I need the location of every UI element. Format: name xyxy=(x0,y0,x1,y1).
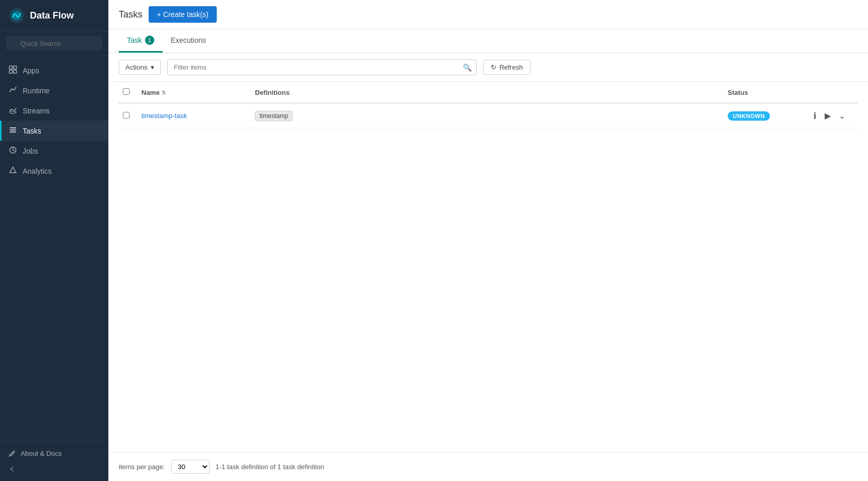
actions-chevron-icon: ▾ xyxy=(151,63,154,71)
sidebar-item-runtime[interactable]: Runtime xyxy=(0,80,108,101)
task-status-cell: UNKNOWN xyxy=(724,103,806,128)
sidebar-item-jobs-label: Jobs xyxy=(23,147,38,155)
status-badge: UNKNOWN xyxy=(728,111,770,121)
svg-rect-4 xyxy=(9,70,12,73)
sidebar-item-analytics-label: Analytics xyxy=(23,167,52,175)
svg-rect-5 xyxy=(13,70,17,73)
streams-icon xyxy=(8,106,18,115)
about-docs-label: About & Docs xyxy=(21,450,62,457)
sidebar-item-analytics[interactable]: Analytics xyxy=(0,161,108,181)
filter-search-icon: 🔍 xyxy=(463,63,472,72)
tab-task-label: Task xyxy=(127,36,142,44)
select-all-checkbox[interactable] xyxy=(123,88,130,95)
create-tasks-button[interactable]: + Create task(s) xyxy=(149,6,217,23)
svg-rect-3 xyxy=(13,66,17,69)
page-title: Tasks xyxy=(119,9,142,20)
sidebar-item-jobs[interactable]: Jobs xyxy=(0,141,108,161)
collapse-sidebar-button[interactable] xyxy=(8,463,100,475)
per-page-select[interactable]: 30 10 20 50 100 xyxy=(171,460,210,474)
row-checkbox-cell xyxy=(119,103,137,128)
row-checkbox[interactable] xyxy=(123,112,130,119)
app-logo: Data Flow xyxy=(0,0,108,31)
sidebar-footer: About & Docs xyxy=(0,441,108,481)
refresh-label: Refresh xyxy=(500,63,523,71)
sidebar: Data Flow 🔍 Apps Runtime Streams xyxy=(0,0,108,481)
pagination-summary: 1-1 task definition of 1 task definition xyxy=(216,463,324,471)
tab-executions[interactable]: Executions xyxy=(163,30,214,52)
apps-icon xyxy=(8,65,18,75)
refresh-icon: ↻ xyxy=(491,63,496,71)
sidebar-item-tasks[interactable]: Tasks xyxy=(0,121,108,141)
leaf-icon xyxy=(8,450,15,457)
sidebar-item-tasks-label: Tasks xyxy=(23,127,41,135)
table-area: Name ⇅ Definitions Status xyxy=(108,82,868,452)
actions-button[interactable]: Actions ▾ xyxy=(119,60,161,75)
collapse-icon xyxy=(8,466,15,473)
runtime-icon xyxy=(8,86,18,95)
sidebar-item-apps-label: Apps xyxy=(23,67,39,75)
sidebar-item-streams-label: Streams xyxy=(23,107,50,115)
filter-input[interactable] xyxy=(167,59,477,75)
task-name-cell: timestamp-task xyxy=(137,103,251,128)
name-sort-icon[interactable]: ⇅ xyxy=(162,90,166,95)
toolbar: Actions ▾ 🔍 ↻ Refresh xyxy=(108,53,868,82)
tasks-icon xyxy=(8,126,18,136)
svg-marker-11 xyxy=(10,167,16,173)
sidebar-nav: Apps Runtime Streams Tasks Jobs xyxy=(0,56,108,441)
actions-label: Actions xyxy=(125,63,148,71)
logo-icon xyxy=(8,7,25,24)
info-button[interactable]: ℹ xyxy=(810,109,819,123)
items-per-page-label: items per page: xyxy=(119,463,165,471)
sub-tabs: Task 1 Executions xyxy=(108,29,868,53)
about-docs-link[interactable]: About & Docs xyxy=(8,447,100,459)
tab-task[interactable]: Task 1 xyxy=(119,29,163,53)
expand-button[interactable]: ⌄ xyxy=(835,109,848,123)
tasks-table: Name ⇅ Definitions Status xyxy=(119,82,858,128)
filter-input-container: 🔍 xyxy=(167,59,477,75)
main-content: Tasks + Create task(s) Task 1 Executions… xyxy=(108,0,868,481)
select-all-header xyxy=(119,82,137,103)
definition-badge: timestamp xyxy=(255,111,293,121)
table-row: timestamp-task timestamp UNKNOWN ℹ ▶ ⌄ xyxy=(119,103,858,128)
topbar: Tasks + Create task(s) xyxy=(108,0,868,29)
app-title: Data Flow xyxy=(30,10,74,21)
name-column-header: Name ⇅ xyxy=(137,82,251,103)
tab-executions-label: Executions xyxy=(171,36,206,44)
task-count-badge: 1 xyxy=(145,36,154,45)
task-name-link[interactable]: timestamp-task xyxy=(141,112,187,120)
svg-rect-2 xyxy=(9,66,12,69)
pagination-bar: items per page: 30 10 20 50 100 1-1 task… xyxy=(108,452,868,481)
analytics-icon xyxy=(8,166,18,176)
jobs-icon xyxy=(8,146,18,156)
task-row-actions: ℹ ▶ ⌄ xyxy=(806,103,858,128)
search-container: 🔍 xyxy=(0,31,108,56)
task-definition-cell: timestamp xyxy=(251,103,724,128)
status-column-header: Status xyxy=(724,82,806,103)
sidebar-item-streams[interactable]: Streams xyxy=(0,101,108,121)
definitions-column-header: Definitions xyxy=(251,82,724,103)
svg-point-6 xyxy=(10,111,16,113)
sidebar-item-apps[interactable]: Apps xyxy=(0,60,108,80)
row-actions-header xyxy=(806,82,858,103)
play-button[interactable]: ▶ xyxy=(822,109,834,123)
refresh-button[interactable]: ↻ Refresh xyxy=(483,60,531,75)
sidebar-item-runtime-label: Runtime xyxy=(23,87,50,95)
search-input[interactable] xyxy=(6,37,102,51)
